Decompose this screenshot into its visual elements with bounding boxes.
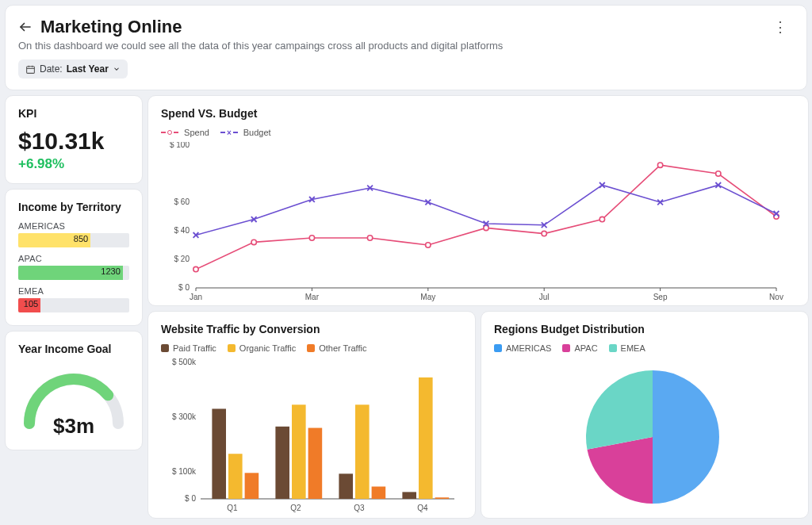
- svg-text:$ 100k: $ 100k: [172, 467, 197, 476]
- svg-rect-72: [372, 487, 386, 499]
- svg-text:$ 0: $ 0: [178, 283, 190, 292]
- territory-label: AMERICAS: [18, 221, 129, 231]
- svg-text:Nov: Nov: [769, 293, 783, 301]
- svg-rect-70: [339, 473, 353, 499]
- svg-point-30: [599, 217, 604, 221]
- regions-pie-title: Regions Budget Distribution: [494, 323, 795, 335]
- svg-text:$ 60: $ 60: [174, 197, 190, 206]
- traffic-chart: $ 0$ 100k$ 300k$ 500kQ1Q2Q3Q4: [161, 358, 462, 516]
- svg-text:$ 500k: $ 500k: [172, 358, 197, 366]
- svg-rect-63: [228, 454, 243, 499]
- svg-point-27: [426, 243, 431, 247]
- page-title: Marketing Online: [40, 17, 182, 37]
- kpi-value: $10.31k: [18, 128, 129, 155]
- spend-budget-legend: Spend × Budget: [161, 128, 795, 137]
- kpi-panel: KPI $10.31k +6.98%: [5, 95, 143, 184]
- territory-label: APAC: [18, 254, 129, 263]
- svg-rect-64: [245, 473, 259, 499]
- svg-point-26: [367, 236, 372, 240]
- date-filter-value: Last Year: [67, 63, 109, 75]
- territory-panel: Income by Territory AMERICAS 850 APAC 12…: [5, 189, 143, 326]
- territory-title: Income by Territory: [18, 201, 129, 213]
- svg-rect-66: [275, 427, 289, 499]
- svg-point-25: [309, 236, 314, 240]
- regions-pie-legend: AMERICAS APAC EMEA: [494, 343, 795, 353]
- territory-bar: 1230: [18, 266, 129, 280]
- svg-text:$ 300k: $ 300k: [172, 412, 197, 421]
- svg-text:Q3: Q3: [354, 504, 365, 512]
- svg-text:Q4: Q4: [417, 504, 428, 512]
- kpi-title: KPI: [18, 107, 129, 120]
- traffic-panel: Website Traffic by Conversion Paid Traff…: [147, 311, 476, 519]
- svg-rect-71: [355, 404, 370, 499]
- svg-rect-1: [27, 66, 35, 73]
- svg-text:Q2: Q2: [290, 504, 301, 512]
- svg-rect-75: [419, 377, 433, 499]
- svg-text:$ 0: $ 0: [185, 494, 196, 503]
- svg-rect-62: [212, 408, 226, 499]
- traffic-title: Website Traffic by Conversion: [161, 323, 462, 335]
- svg-point-29: [542, 231, 546, 236]
- svg-rect-67: [292, 404, 306, 499]
- svg-text:Mar: Mar: [305, 293, 320, 301]
- svg-rect-74: [402, 492, 416, 499]
- spend-budget-title: Spend VS. Budget: [161, 107, 795, 120]
- goal-value: $3m: [53, 414, 94, 439]
- kpi-change: +6.98%: [18, 156, 129, 172]
- svg-text:Sep: Sep: [653, 293, 668, 301]
- chevron-down-icon: [113, 65, 121, 73]
- goal-panel: Year Income Goal $3m: [5, 331, 143, 450]
- svg-text:Jul: Jul: [539, 293, 550, 301]
- svg-rect-68: [308, 428, 323, 499]
- territory-bar: 850: [18, 233, 129, 247]
- svg-text:Q1: Q1: [227, 504, 238, 512]
- date-filter-chip[interactable]: Date: Last Year: [18, 59, 128, 79]
- more-menu-icon[interactable]: ⋮: [767, 17, 794, 37]
- svg-text:$ 100: $ 100: [170, 142, 190, 149]
- svg-point-24: [251, 240, 256, 244]
- regions-pie-chart: [494, 358, 795, 510]
- page-subtitle: On this dashboard we could see all the d…: [18, 40, 794, 52]
- svg-text:May: May: [420, 293, 435, 301]
- svg-rect-76: [435, 497, 450, 499]
- back-arrow-icon[interactable]: [18, 20, 33, 34]
- svg-point-23: [193, 266, 198, 271]
- goal-title: Year Income Goal: [18, 343, 129, 355]
- territory-label: EMEA: [18, 286, 129, 296]
- date-filter-label: Date:: [40, 63, 63, 75]
- svg-point-32: [716, 171, 721, 176]
- svg-text:$ 40: $ 40: [174, 226, 190, 235]
- svg-text:$ 20: $ 20: [174, 255, 190, 263]
- traffic-legend: Paid Traffic Organic Traffic Other Traff…: [161, 343, 462, 353]
- regions-pie-panel: Regions Budget Distribution AMERICAS APA…: [481, 311, 809, 519]
- territory-bar: 105: [18, 298, 129, 312]
- svg-point-31: [657, 163, 662, 167]
- page-header: Marketing Online ⋮ On this dashboard we …: [5, 5, 807, 90]
- spend-budget-panel: Spend VS. Budget Spend × Budget $ 0$ 20$…: [147, 95, 809, 306]
- spend-budget-chart: $ 0$ 20$ 40$ 60$ 100JanMarMayJulSepNov: [161, 142, 787, 307]
- svg-text:Jan: Jan: [190, 293, 202, 301]
